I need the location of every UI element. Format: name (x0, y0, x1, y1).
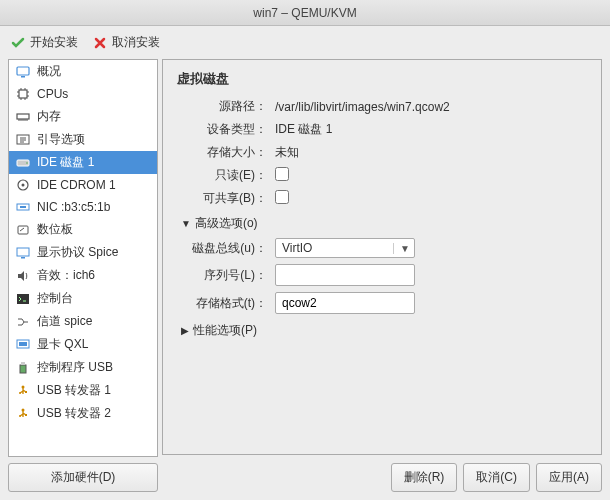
sidebar-item-9[interactable]: 音效：ich6 (9, 264, 157, 287)
device-type-value: IDE 磁盘 1 (275, 121, 587, 138)
sidebar-item-0[interactable]: 概况 (9, 60, 157, 83)
source-value: /var/lib/libvirt/images/win7.qcow2 (275, 100, 587, 114)
shareable-checkbox[interactable] (275, 190, 289, 204)
svg-rect-16 (19, 342, 27, 346)
nic-icon (15, 199, 31, 215)
device-type-label: 设备类型： (177, 121, 267, 138)
sidebar-item-label: 信道 spice (37, 313, 92, 330)
readonly-checkbox[interactable] (275, 167, 289, 181)
sidebar-item-label: 控制程序 USB (37, 359, 113, 376)
sidebar-item-label: 显卡 QXL (37, 336, 88, 353)
sidebar-item-3[interactable]: 引导选项 (9, 128, 157, 151)
window-title: win7 – QEMU/KVM (253, 6, 356, 20)
sidebar-item-14[interactable]: USB 转发器 1 (9, 379, 157, 402)
sidebar-item-11[interactable]: 信道 spice (9, 310, 157, 333)
size-label: 存储大小： (177, 144, 267, 161)
cancel-install-button[interactable]: 取消安装 (92, 34, 160, 51)
panel-title: 虚拟磁盘 (177, 70, 587, 88)
readonly-label: 只读(E)： (177, 167, 267, 184)
footer: 删除(R) 取消(C) 应用(A) (162, 455, 602, 492)
apply-button[interactable]: 应用(A) (536, 463, 602, 492)
expander-down-icon: ▼ (181, 218, 191, 229)
usbredir-icon (15, 406, 31, 422)
performance-expander[interactable]: ▶ 性能选项(P) (181, 322, 587, 339)
add-hardware-label: 添加硬件(D) (51, 470, 116, 484)
remove-button[interactable]: 删除(R) (391, 463, 458, 492)
begin-install-button[interactable]: 开始安装 (10, 34, 78, 51)
check-icon (10, 35, 26, 51)
svg-rect-14 (17, 294, 29, 304)
svg-rect-10 (20, 206, 26, 208)
sidebar-item-label: NIC :b3:c5:1b (37, 200, 110, 214)
performance-label: 性能选项(P) (193, 322, 257, 339)
video-icon (15, 337, 31, 353)
begin-install-label: 开始安装 (30, 34, 78, 51)
hardware-list[interactable]: 概况CPUs内存引导选项IDE 磁盘 1IDE CDROM 1NIC :b3:c… (8, 59, 158, 457)
sidebar-item-label: 概况 (37, 63, 61, 80)
svg-rect-1 (21, 76, 25, 78)
serial-input[interactable] (275, 264, 415, 286)
sidebar-item-10[interactable]: 控制台 (9, 287, 157, 310)
sidebar-item-13[interactable]: 控制程序 USB (9, 356, 157, 379)
sidebar-item-7[interactable]: 数位板 (9, 218, 157, 241)
sidebar-item-label: USB 转发器 1 (37, 382, 111, 399)
svg-point-6 (26, 162, 28, 164)
sidebar-item-15[interactable]: USB 转发器 2 (9, 402, 157, 425)
usbredir-icon (15, 383, 31, 399)
size-value: 未知 (275, 144, 587, 161)
svg-rect-24 (25, 414, 27, 416)
format-input[interactable] (275, 292, 415, 314)
bus-value: VirtIO (282, 241, 393, 255)
sidebar-item-label: IDE 磁盘 1 (37, 154, 94, 171)
svg-rect-12 (17, 248, 29, 256)
svg-point-8 (22, 184, 25, 187)
sidebar-item-4[interactable]: IDE 磁盘 1 (9, 151, 157, 174)
cpu-icon (15, 86, 31, 102)
sidebar-item-label: 显示协议 Spice (37, 244, 118, 261)
cancel-button[interactable]: 取消(C) (463, 463, 530, 492)
add-hardware-button[interactable]: 添加硬件(D) (8, 463, 158, 492)
window-titlebar: win7 – QEMU/KVM (0, 0, 610, 26)
sidebar-item-label: 数位板 (37, 221, 73, 238)
format-label: 存储格式(t)： (177, 295, 267, 312)
svg-point-23 (19, 415, 21, 417)
sidebar-item-5[interactable]: IDE CDROM 1 (9, 174, 157, 196)
svg-rect-11 (18, 226, 28, 234)
sidebar-item-label: USB 转发器 2 (37, 405, 111, 422)
cross-icon (92, 35, 108, 51)
sidebar-item-12[interactable]: 显卡 QXL (9, 333, 157, 356)
svg-rect-2 (19, 90, 27, 98)
source-label: 源路径： (177, 98, 267, 115)
bus-label: 磁盘总线(u)： (177, 240, 267, 257)
memory-icon (15, 109, 31, 125)
display-icon (15, 245, 31, 261)
bus-combo[interactable]: VirtIO ▼ (275, 238, 415, 258)
tablet-icon (15, 222, 31, 238)
svg-point-20 (19, 392, 21, 394)
sidebar-item-8[interactable]: 显示协议 Spice (9, 241, 157, 264)
advanced-expander[interactable]: ▼ 高级选项(o) (181, 215, 587, 232)
channel-icon (15, 314, 31, 330)
console-icon (15, 291, 31, 307)
toolbar: 开始安装 取消安装 (0, 26, 610, 59)
svg-rect-0 (17, 67, 29, 75)
sound-icon (15, 268, 31, 284)
sidebar-item-label: 内存 (37, 108, 61, 125)
svg-rect-21 (25, 391, 27, 393)
sidebar-item-label: CPUs (37, 87, 68, 101)
sidebar-item-6[interactable]: NIC :b3:c5:1b (9, 196, 157, 218)
boot-icon (15, 132, 31, 148)
sidebar-item-1[interactable]: CPUs (9, 83, 157, 105)
monitor-icon (15, 64, 31, 80)
shareable-label: 可共享(B)： (177, 190, 267, 207)
sidebar-item-label: IDE CDROM 1 (37, 178, 116, 192)
advanced-label: 高级选项(o) (195, 215, 258, 232)
disk-icon (15, 155, 31, 171)
svg-rect-17 (20, 365, 26, 373)
serial-label: 序列号(L)： (177, 267, 267, 284)
cancel-install-label: 取消安装 (112, 34, 160, 51)
sidebar-item-label: 控制台 (37, 290, 73, 307)
sidebar-item-2[interactable]: 内存 (9, 105, 157, 128)
sidebar: 概况CPUs内存引导选项IDE 磁盘 1IDE CDROM 1NIC :b3:c… (8, 59, 158, 492)
cdrom-icon (15, 177, 31, 193)
